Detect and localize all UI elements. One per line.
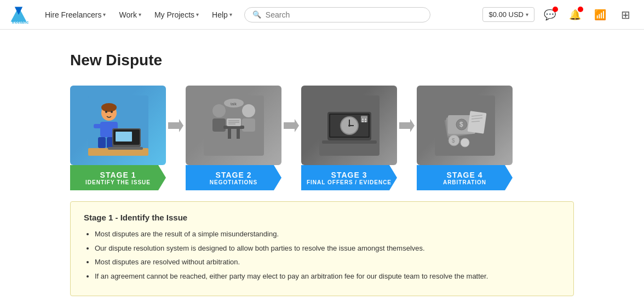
svg-point-19	[212, 104, 226, 117]
stage-3-item	[301, 86, 397, 165]
svg-rect-43	[362, 118, 364, 120]
svg-rect-20	[212, 118, 226, 132]
stage-3-illustration	[319, 95, 380, 156]
svg-rect-24	[228, 129, 231, 139]
svg-text:$: $	[459, 121, 463, 128]
list-item: Most disputes are the result of a simple…	[95, 229, 560, 240]
page-title: New Dispute	[70, 52, 574, 69]
signal-button[interactable]: 📶	[590, 5, 610, 25]
logo[interactable]: freelancer	[9, 5, 28, 25]
chat-badge	[553, 7, 558, 12]
grid-menu-button[interactable]: ⊞	[616, 5, 635, 25]
search-icon: 🔍	[252, 10, 261, 19]
info-list: Most disputes are the result of a simple…	[84, 229, 560, 281]
signal-icon: 📶	[594, 9, 606, 21]
svg-point-15	[105, 111, 107, 113]
stage-4-illustration: $ $	[435, 95, 495, 156]
chevron-icon: ▾	[229, 12, 232, 18]
chevron-icon: ▾	[139, 12, 141, 18]
list-item: If an agreement cannot be reached, eithe…	[95, 271, 560, 282]
chat-button[interactable]: 💬	[540, 5, 560, 25]
nav-my-projects[interactable]: My Projects ▾	[149, 7, 204, 22]
stage-2-image: talk	[186, 86, 281, 165]
stage-1-image	[70, 86, 166, 165]
svg-marker-17	[168, 119, 183, 132]
stage-4-image: $ $	[417, 86, 513, 165]
search-input[interactable]	[266, 10, 422, 19]
chevron-icon: ▾	[196, 12, 199, 18]
svg-line-58	[472, 121, 480, 122]
svg-point-21	[242, 104, 255, 117]
nav-right: $0.00 USD ▾ 💬 🔔 📶 ⊞	[482, 5, 635, 25]
svg-marker-48	[399, 119, 415, 132]
stage-4-item: $ $	[417, 86, 513, 165]
stage-1-item	[70, 86, 166, 165]
stage-2-illustration: talk	[204, 95, 264, 156]
arrow-1	[166, 86, 186, 165]
notif-badge	[578, 7, 583, 12]
main-content: New Dispute	[59, 30, 585, 300]
svg-point-16	[111, 111, 113, 113]
info-box: Stage 1 - Identify the Issue Most disput…	[70, 201, 574, 296]
navbar: freelancer Hire Freelancers ▾ Work ▾ My …	[0, 0, 644, 30]
chevron-icon: ▾	[103, 12, 106, 18]
svg-rect-55	[467, 111, 486, 134]
stage-2-item: talk	[186, 86, 281, 165]
arrow-icon	[397, 116, 417, 135]
stage-1-illustration	[88, 95, 148, 156]
list-item: Most disputes are resolved without arbit…	[95, 257, 560, 268]
list-item: Our dispute resolution system is designe…	[95, 243, 560, 254]
svg-rect-41	[361, 116, 367, 122]
svg-rect-45	[362, 121, 364, 122]
svg-text:freelancer: freelancer	[12, 20, 28, 25]
arrow-icon	[281, 116, 301, 135]
svg-rect-46	[365, 121, 366, 122]
stage-2-label[interactable]: STAGE 2 NEGOTIATIONS	[186, 165, 281, 190]
nav-help[interactable]: Help ▾	[206, 7, 238, 22]
svg-text:talk: talk	[231, 102, 237, 106]
balance-button[interactable]: $0.00 USD ▾	[482, 7, 534, 22]
arrow-2	[281, 86, 301, 165]
svg-rect-14	[116, 132, 132, 141]
svg-text:$: $	[452, 138, 455, 144]
grid-icon: ⊞	[621, 8, 630, 21]
nav-work[interactable]: Work ▾	[113, 7, 146, 22]
svg-rect-22	[242, 118, 255, 132]
svg-rect-13	[108, 147, 143, 150]
chevron-down-icon: ▾	[526, 12, 528, 18]
search-bar[interactable]: 🔍	[244, 7, 430, 22]
nav-links: Hire Freelancers ▾ Work ▾ My Projects ▾ …	[39, 7, 238, 22]
notifications-button[interactable]: 🔔	[565, 5, 585, 25]
svg-rect-47	[322, 140, 377, 144]
arrow-3	[397, 86, 417, 165]
stage-1-label[interactable]: STAGE 1 IDENTIFY THE ISSUE	[70, 165, 166, 190]
stage-3-image	[301, 86, 397, 165]
arrow-icon	[166, 116, 186, 135]
logo-icon: freelancer	[9, 5, 28, 25]
stage-4-label[interactable]: STAGE 4 ARBITRATION	[417, 165, 513, 190]
svg-rect-44	[365, 118, 366, 120]
svg-rect-8	[98, 137, 106, 148]
svg-rect-25	[237, 129, 240, 139]
nav-hire-freelancers[interactable]: Hire Freelancers ▾	[39, 7, 111, 22]
svg-point-5	[101, 103, 117, 112]
stage-3-label[interactable]: STAGE 3 FINAL OFFERS / EVIDENCE	[301, 165, 397, 190]
svg-rect-7	[94, 124, 101, 128]
svg-point-61	[461, 138, 469, 147]
info-title: Stage 1 - Identify the Issue	[84, 213, 560, 222]
svg-marker-32	[284, 119, 299, 132]
